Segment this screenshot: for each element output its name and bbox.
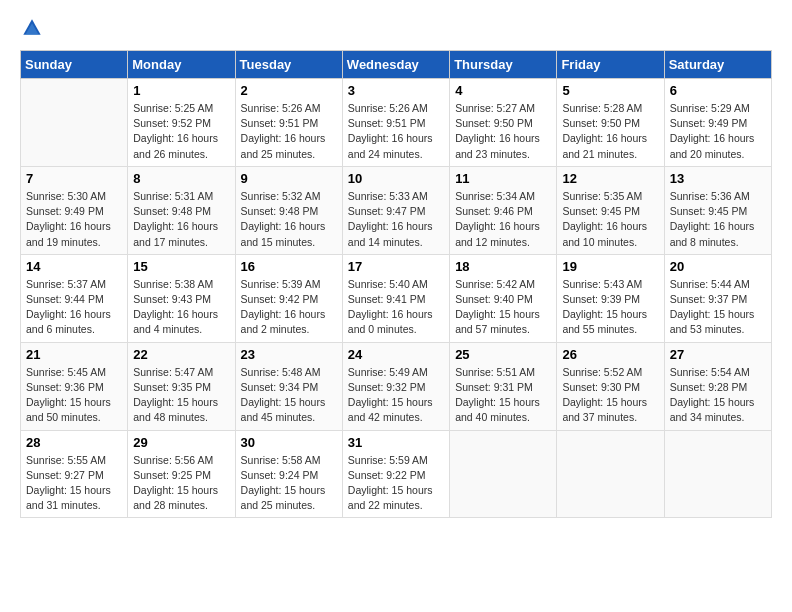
day-number: 17	[348, 259, 444, 274]
day-number: 13	[670, 171, 766, 186]
week-row-2: 14Sunrise: 5:37 AM Sunset: 9:44 PM Dayli…	[21, 254, 772, 342]
day-info: Sunrise: 5:44 AM Sunset: 9:37 PM Dayligh…	[670, 277, 766, 338]
day-number: 26	[562, 347, 658, 362]
day-info: Sunrise: 5:35 AM Sunset: 9:45 PM Dayligh…	[562, 189, 658, 250]
day-number: 18	[455, 259, 551, 274]
calendar-cell: 25Sunrise: 5:51 AM Sunset: 9:31 PM Dayli…	[450, 342, 557, 430]
calendar-cell: 24Sunrise: 5:49 AM Sunset: 9:32 PM Dayli…	[342, 342, 449, 430]
day-info: Sunrise: 5:49 AM Sunset: 9:32 PM Dayligh…	[348, 365, 444, 426]
calendar-cell: 3Sunrise: 5:26 AM Sunset: 9:51 PM Daylig…	[342, 79, 449, 167]
day-header-wednesday: Wednesday	[342, 51, 449, 79]
calendar-cell: 15Sunrise: 5:38 AM Sunset: 9:43 PM Dayli…	[128, 254, 235, 342]
day-number: 27	[670, 347, 766, 362]
day-info: Sunrise: 5:56 AM Sunset: 9:25 PM Dayligh…	[133, 453, 229, 514]
calendar-cell: 6Sunrise: 5:29 AM Sunset: 9:49 PM Daylig…	[664, 79, 771, 167]
day-number: 1	[133, 83, 229, 98]
calendar-cell: 8Sunrise: 5:31 AM Sunset: 9:48 PM Daylig…	[128, 166, 235, 254]
calendar-cell: 31Sunrise: 5:59 AM Sunset: 9:22 PM Dayli…	[342, 430, 449, 518]
day-header-monday: Monday	[128, 51, 235, 79]
day-info: Sunrise: 5:45 AM Sunset: 9:36 PM Dayligh…	[26, 365, 122, 426]
calendar-cell: 7Sunrise: 5:30 AM Sunset: 9:49 PM Daylig…	[21, 166, 128, 254]
calendar-cell: 14Sunrise: 5:37 AM Sunset: 9:44 PM Dayli…	[21, 254, 128, 342]
day-number: 7	[26, 171, 122, 186]
calendar-cell: 5Sunrise: 5:28 AM Sunset: 9:50 PM Daylig…	[557, 79, 664, 167]
day-header-tuesday: Tuesday	[235, 51, 342, 79]
day-number: 16	[241, 259, 337, 274]
day-number: 23	[241, 347, 337, 362]
day-info: Sunrise: 5:40 AM Sunset: 9:41 PM Dayligh…	[348, 277, 444, 338]
day-number: 2	[241, 83, 337, 98]
day-number: 21	[26, 347, 122, 362]
day-info: Sunrise: 5:25 AM Sunset: 9:52 PM Dayligh…	[133, 101, 229, 162]
day-info: Sunrise: 5:58 AM Sunset: 9:24 PM Dayligh…	[241, 453, 337, 514]
header	[20, 20, 772, 40]
day-info: Sunrise: 5:27 AM Sunset: 9:50 PM Dayligh…	[455, 101, 551, 162]
day-number: 24	[348, 347, 444, 362]
calendar-cell: 28Sunrise: 5:55 AM Sunset: 9:27 PM Dayli…	[21, 430, 128, 518]
calendar-cell: 27Sunrise: 5:54 AM Sunset: 9:28 PM Dayli…	[664, 342, 771, 430]
logo-icon	[22, 18, 42, 38]
calendar-cell: 1Sunrise: 5:25 AM Sunset: 9:52 PM Daylig…	[128, 79, 235, 167]
day-header-saturday: Saturday	[664, 51, 771, 79]
day-header-sunday: Sunday	[21, 51, 128, 79]
day-info: Sunrise: 5:33 AM Sunset: 9:47 PM Dayligh…	[348, 189, 444, 250]
week-row-0: 1Sunrise: 5:25 AM Sunset: 9:52 PM Daylig…	[21, 79, 772, 167]
day-number: 5	[562, 83, 658, 98]
day-info: Sunrise: 5:34 AM Sunset: 9:46 PM Dayligh…	[455, 189, 551, 250]
day-info: Sunrise: 5:30 AM Sunset: 9:49 PM Dayligh…	[26, 189, 122, 250]
day-info: Sunrise: 5:26 AM Sunset: 9:51 PM Dayligh…	[241, 101, 337, 162]
week-row-3: 21Sunrise: 5:45 AM Sunset: 9:36 PM Dayli…	[21, 342, 772, 430]
day-number: 22	[133, 347, 229, 362]
calendar-cell: 29Sunrise: 5:56 AM Sunset: 9:25 PM Dayli…	[128, 430, 235, 518]
day-info: Sunrise: 5:37 AM Sunset: 9:44 PM Dayligh…	[26, 277, 122, 338]
day-number: 9	[241, 171, 337, 186]
calendar-cell: 13Sunrise: 5:36 AM Sunset: 9:45 PM Dayli…	[664, 166, 771, 254]
calendar-cell: 19Sunrise: 5:43 AM Sunset: 9:39 PM Dayli…	[557, 254, 664, 342]
calendar-cell: 12Sunrise: 5:35 AM Sunset: 9:45 PM Dayli…	[557, 166, 664, 254]
week-row-1: 7Sunrise: 5:30 AM Sunset: 9:49 PM Daylig…	[21, 166, 772, 254]
calendar-cell: 11Sunrise: 5:34 AM Sunset: 9:46 PM Dayli…	[450, 166, 557, 254]
day-number: 29	[133, 435, 229, 450]
day-number: 25	[455, 347, 551, 362]
logo	[20, 20, 42, 40]
calendar-cell: 30Sunrise: 5:58 AM Sunset: 9:24 PM Dayli…	[235, 430, 342, 518]
day-info: Sunrise: 5:28 AM Sunset: 9:50 PM Dayligh…	[562, 101, 658, 162]
calendar-cell: 17Sunrise: 5:40 AM Sunset: 9:41 PM Dayli…	[342, 254, 449, 342]
day-info: Sunrise: 5:54 AM Sunset: 9:28 PM Dayligh…	[670, 365, 766, 426]
calendar-cell	[664, 430, 771, 518]
calendar-cell	[21, 79, 128, 167]
day-info: Sunrise: 5:51 AM Sunset: 9:31 PM Dayligh…	[455, 365, 551, 426]
day-info: Sunrise: 5:42 AM Sunset: 9:40 PM Dayligh…	[455, 277, 551, 338]
calendar-cell: 26Sunrise: 5:52 AM Sunset: 9:30 PM Dayli…	[557, 342, 664, 430]
calendar-cell: 20Sunrise: 5:44 AM Sunset: 9:37 PM Dayli…	[664, 254, 771, 342]
header-row: SundayMondayTuesdayWednesdayThursdayFrid…	[21, 51, 772, 79]
calendar-cell: 23Sunrise: 5:48 AM Sunset: 9:34 PM Dayli…	[235, 342, 342, 430]
week-row-4: 28Sunrise: 5:55 AM Sunset: 9:27 PM Dayli…	[21, 430, 772, 518]
calendar-cell: 9Sunrise: 5:32 AM Sunset: 9:48 PM Daylig…	[235, 166, 342, 254]
day-info: Sunrise: 5:52 AM Sunset: 9:30 PM Dayligh…	[562, 365, 658, 426]
day-header-thursday: Thursday	[450, 51, 557, 79]
day-info: Sunrise: 5:55 AM Sunset: 9:27 PM Dayligh…	[26, 453, 122, 514]
day-number: 3	[348, 83, 444, 98]
calendar-cell: 21Sunrise: 5:45 AM Sunset: 9:36 PM Dayli…	[21, 342, 128, 430]
day-number: 4	[455, 83, 551, 98]
day-info: Sunrise: 5:59 AM Sunset: 9:22 PM Dayligh…	[348, 453, 444, 514]
calendar-table: SundayMondayTuesdayWednesdayThursdayFrid…	[20, 50, 772, 518]
calendar-cell: 18Sunrise: 5:42 AM Sunset: 9:40 PM Dayli…	[450, 254, 557, 342]
day-number: 31	[348, 435, 444, 450]
calendar-cell: 10Sunrise: 5:33 AM Sunset: 9:47 PM Dayli…	[342, 166, 449, 254]
calendar-cell	[450, 430, 557, 518]
calendar-cell: 22Sunrise: 5:47 AM Sunset: 9:35 PM Dayli…	[128, 342, 235, 430]
day-info: Sunrise: 5:39 AM Sunset: 9:42 PM Dayligh…	[241, 277, 337, 338]
day-number: 30	[241, 435, 337, 450]
calendar-cell	[557, 430, 664, 518]
day-info: Sunrise: 5:26 AM Sunset: 9:51 PM Dayligh…	[348, 101, 444, 162]
day-number: 20	[670, 259, 766, 274]
day-number: 6	[670, 83, 766, 98]
day-info: Sunrise: 5:32 AM Sunset: 9:48 PM Dayligh…	[241, 189, 337, 250]
day-number: 10	[348, 171, 444, 186]
day-info: Sunrise: 5:47 AM Sunset: 9:35 PM Dayligh…	[133, 365, 229, 426]
calendar-cell: 16Sunrise: 5:39 AM Sunset: 9:42 PM Dayli…	[235, 254, 342, 342]
day-info: Sunrise: 5:43 AM Sunset: 9:39 PM Dayligh…	[562, 277, 658, 338]
day-number: 14	[26, 259, 122, 274]
